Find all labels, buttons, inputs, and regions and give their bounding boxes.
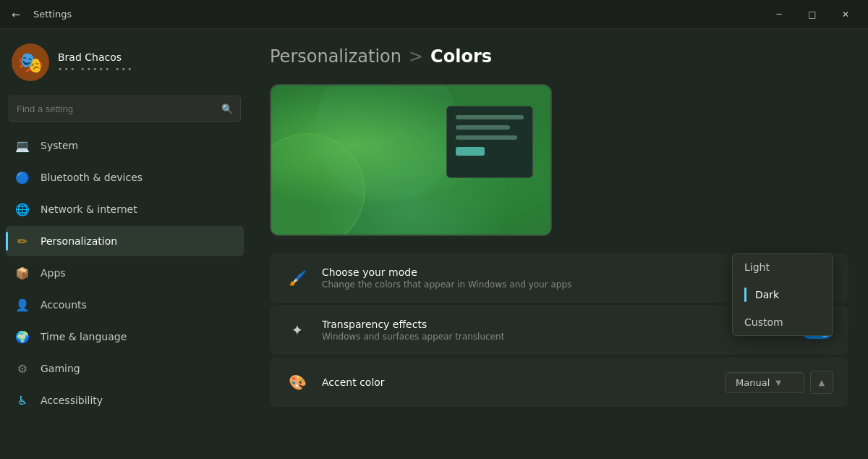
sidebar-item-accessibility-label: Accessibility [41,395,103,406]
transparency-title: Transparency effects [322,319,768,330]
sidebar-item-personalization-label: Personalization [41,235,117,247]
settings-row-accent: 🎨 Accent color Manual ▼ ▲ [270,358,848,407]
preview-window [446,106,533,178]
user-email: ••• ••••• ••• [58,64,133,74]
avatar-icon: 🎭 [18,51,43,75]
minimize-icon: ─ [776,9,781,20]
accent-control: Manual ▼ ▲ [725,371,833,394]
user-profile[interactable]: 🎭 Brad Chacos ••• ••••• ••• [0,36,250,93]
sidebar-item-time[interactable]: 🌍Time & language [6,321,244,352]
sidebar-item-bluetooth-label: Bluetooth & devices [41,172,142,183]
network-icon: 🌐 [14,201,30,217]
bluetooth-icon: 🔵 [14,169,30,185]
settings-row-mode: 🖌️ Choose your mode Change the colors th… [270,253,848,303]
sidebar-item-accounts[interactable]: 👤Accounts [6,290,244,320]
search-icon: 🔍 [221,104,233,114]
system-icon: 💻 [14,138,30,153]
mode-option-dark-label: Dark [755,289,779,300]
sidebar-item-apps-label: Apps [41,267,66,279]
transparency-icon: ✦ [284,317,310,343]
breadcrumb-parent[interactable]: Personalization [270,46,401,67]
minimize-button[interactable]: ─ [762,3,796,26]
apps-icon: 📦 [14,265,30,281]
accent-title: Accent color [322,376,713,388]
window-controls: ─ □ ✕ [762,3,862,26]
accent-dropdown[interactable]: Manual ▼ [725,372,804,393]
mode-option-light[interactable]: Light [733,254,833,280]
sidebar-item-system-label: System [41,140,78,151]
time-icon: 🌍 [14,329,30,345]
nav-list: 💻System🔵Bluetooth & devices🌐Network & in… [0,130,250,459]
breadcrumb-current: Colors [430,46,492,67]
mode-option-dark[interactable]: Dark [733,280,833,309]
accent-value: Manual [736,377,770,388]
search-input[interactable] [17,104,216,114]
chevron-up-icon: ▲ [819,378,825,387]
preview-button [456,147,485,156]
preview-container [270,84,552,236]
close-button[interactable]: ✕ [829,3,862,26]
avatar: 🎭 [12,43,49,81]
mode-option-custom-label: Custom [744,316,783,328]
accent-icon: 🎨 [284,369,310,395]
sidebar-item-gaming-label: Gaming [41,363,80,374]
sidebar-item-bluetooth[interactable]: 🔵Bluetooth & devices [6,162,244,193]
user-name: Brad Chacos [58,51,133,63]
app-layout: 🎭 Brad Chacos ••• ••••• ••• 🔍 💻System🔵Bl… [0,29,868,459]
search-box[interactable]: 🔍 [9,96,241,122]
sidebar-item-accessibility[interactable]: ♿Accessibility [6,385,244,416]
sidebar-item-gaming[interactable]: ⚙️Gaming [6,353,244,384]
search-container: 🔍 [0,93,250,130]
collapse-button[interactable]: ▲ [810,371,833,394]
close-icon: ✕ [842,9,849,20]
transparency-text: Transparency effects Windows and surface… [322,319,768,342]
maximize-icon: □ [808,9,816,20]
gaming-icon: ⚙️ [14,361,30,376]
accounts-icon: 👤 [14,297,30,313]
chevron-down-icon: ▼ [775,379,781,387]
mode-dropdown: Light Dark Custom [732,253,833,336]
preview-line-3 [456,135,517,140]
mode-option-light-label: Light [744,261,770,273]
main-content: Personalization > Colors 🖌️ Choose your … [250,29,868,459]
sidebar-item-personalization[interactable]: ✏️Personalization [6,226,244,256]
maximize-button[interactable]: □ [796,3,829,26]
titlebar: ← Settings ─ □ ✕ [0,0,868,29]
preview-line-2 [456,125,510,130]
breadcrumb-separator: > [409,46,423,67]
sidebar-item-system[interactable]: 💻System [6,130,244,161]
mode-icon: 🖌️ [284,265,310,291]
sidebar-item-time-label: Time & language [41,331,127,342]
sidebar: 🎭 Brad Chacos ••• ••••• ••• 🔍 💻System🔵Bl… [0,29,250,459]
personalization-icon: ✏️ [14,233,30,249]
mode-option-custom[interactable]: Custom [733,309,833,335]
accent-text: Accent color [322,376,713,388]
titlebar-left: ← Settings [6,4,72,25]
back-icon: ← [12,9,20,20]
sidebar-item-accounts-label: Accounts [41,299,87,311]
transparency-desc: Windows and surfaces appear translucent [322,332,768,342]
back-button[interactable]: ← [6,4,26,25]
accessibility-icon: ♿ [14,392,30,408]
sidebar-item-network-label: Network & internet [41,203,137,215]
breadcrumb: Personalization > Colors [270,46,848,67]
sidebar-item-network[interactable]: 🌐Network & internet [6,194,244,224]
preview-line-1 [456,115,524,119]
user-info: Brad Chacos ••• ••••• ••• [58,51,133,74]
app-title: Settings [33,9,72,20]
sidebar-item-apps[interactable]: 📦Apps [6,258,244,288]
